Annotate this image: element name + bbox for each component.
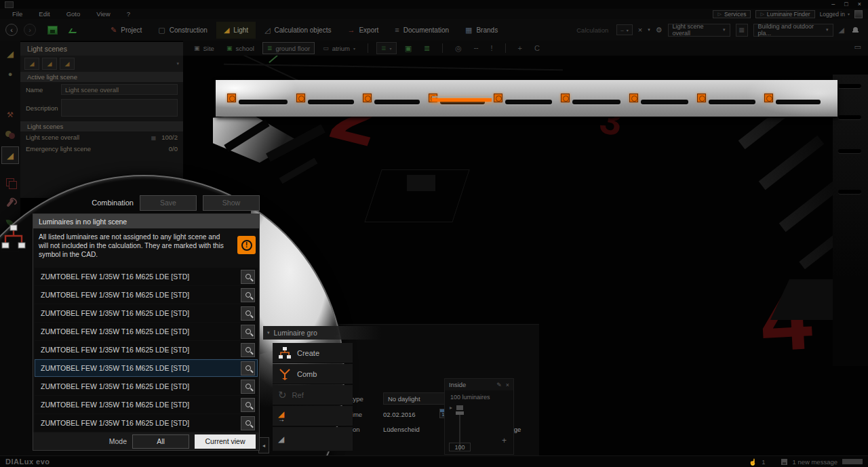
inspect-luminaire-button[interactable] [241, 306, 255, 321]
light-scene-select[interactable]: Light scene overall▾ [668, 24, 730, 37]
tab-brands[interactable]: ▦Brands [458, 22, 505, 39]
scene-settings-button[interactable]: ▦ [736, 24, 748, 37]
menu-help[interactable]: ? [127, 10, 130, 18]
luminaire-warning-marker[interactable] [494, 94, 502, 102]
inspect-luminaire-button[interactable] [241, 398, 255, 412]
maintenance-wrench-icon[interactable] [1, 194, 19, 211]
measure-icon[interactable]: ╌ [470, 44, 483, 53]
name-field[interactable]: Light scene overall [61, 84, 178, 95]
tools-icon[interactable]: ⚒ [1, 106, 19, 123]
luminaire-list-item[interactable]: ZUMTOBEL FEW 1/35W T16 M625 LDE [STD] [35, 378, 258, 395]
gear-icon[interactable]: ⚙ [656, 26, 663, 35]
collapse-panel-button[interactable]: ◂ [258, 437, 269, 453]
save-icon[interactable] [47, 26, 58, 35]
tab-project[interactable]: ✎Project [103, 22, 149, 39]
view-select[interactable]: Building and outdoor pla...▾ [753, 24, 833, 37]
description-field[interactable] [61, 99, 178, 117]
menu-file[interactable]: File [12, 10, 22, 18]
tab-export[interactable]: →Export [340, 22, 386, 39]
notifications-bell-icon[interactable] [852, 27, 859, 33]
menu-edit[interactable]: Edit [39, 10, 50, 18]
tab-calculation-objects[interactable]: ◿Calculation objects [257, 22, 338, 39]
scene-tool-icon[interactable]: ◢ [60, 58, 75, 70]
light-scene-row[interactable]: Emergency light scene 0/0 [20, 143, 183, 155]
inspect-luminaire-button[interactable] [241, 325, 255, 339]
luminaire-list-item[interactable]: ZUMTOBEL FEW 1/35W T16 M625 LDE [STD] [35, 304, 258, 322]
menu-view[interactable]: View [96, 10, 110, 18]
site-button[interactable]: ▣Site [190, 42, 218, 54]
show-room-icon[interactable]: ▣ [401, 44, 416, 53]
inspect-luminaire-button[interactable] [241, 270, 255, 284]
message-indicator[interactable]: 1 new message [792, 458, 837, 466]
luminaire-groups-header[interactable]: ▾ Luminaire gro [263, 326, 382, 340]
refresh-groups-button[interactable]: ↻ Ref [273, 385, 353, 405]
inspect-luminaire-button[interactable] [241, 343, 255, 357]
save-button[interactable]: Save [140, 195, 197, 211]
forward-button[interactable]: › [24, 24, 36, 36]
chevron-down-icon[interactable]: ▾ [176, 61, 179, 66]
light-scenes-icon[interactable]: ◢ [1, 146, 19, 164]
warnings-toggle-icon[interactable]: ! [486, 44, 496, 52]
show-floor-icon[interactable]: ≣ [420, 44, 434, 53]
storey-dropdown[interactable]: ≣▾ [376, 42, 397, 54]
luminaire-list-item[interactable]: ZUMTOBEL FEW 1/35W T16 M625 LDE [STD] [35, 268, 258, 285]
luminaire-warning-marker[interactable] [764, 94, 773, 102]
inspect-luminaire-button[interactable] [241, 380, 255, 394]
export-scene-icon[interactable] [1, 174, 19, 191]
inspect-luminaire-button[interactable] [241, 416, 255, 430]
luminaire-list-item[interactable]: ZUMTOBEL FEW 1/35W T16 M625 LDE [STD] [35, 396, 258, 413]
luminaire-list-item[interactable]: ZUMTOBEL FEW 1/35W T16 M625 LDE [STD] [35, 414, 258, 432]
create-group-button[interactable]: Create [273, 343, 353, 363]
inspect-luminaire-button[interactable] [241, 361, 255, 375]
delete-icon[interactable]: × [638, 26, 642, 34]
luminaire-finder-button[interactable]: ▷ Luminaire Finder [755, 10, 814, 18]
add-group-button[interactable]: + [502, 436, 507, 445]
scene-tool-icon[interactable]: ◢ [24, 58, 39, 70]
avatar[interactable] [854, 10, 863, 18]
tab-light[interactable]: ◢Light [216, 22, 256, 39]
chevron-down-icon[interactable]: ▾ [648, 27, 650, 33]
back-button[interactable]: ‹ [5, 24, 18, 36]
inspect-luminaire-button[interactable] [241, 288, 255, 302]
maximize-button[interactable]: □ [844, 0, 848, 9]
floor-button[interactable]: ≣ground floor [262, 42, 315, 54]
selected-luminaire[interactable] [432, 98, 492, 102]
expander-icon[interactable]: ▸ [450, 405, 452, 411]
luminaire-list-item[interactable]: ZUMTOBEL FEW 1/35W T16 M625 LDE [STD] [35, 286, 258, 304]
undo-icon[interactable] [68, 26, 79, 35]
move-view-icon[interactable]: + [514, 44, 526, 52]
maximize-view-icon[interactable]: ▭ [854, 43, 861, 52]
tab-documentation[interactable]: ≡Documentation [387, 22, 456, 39]
luminaire-warning-marker[interactable] [629, 94, 638, 102]
show-button[interactable]: Show [203, 195, 260, 211]
light-scene-row[interactable]: Light scene overall ▦100/2 [20, 131, 183, 143]
luminaire-warning-marker[interactable] [561, 94, 570, 102]
account-menu[interactable]: Logged in ▾ [820, 11, 850, 18]
services-button[interactable]: ▷ Services [713, 10, 751, 18]
false-color-icon[interactable]: ◢ [839, 26, 844, 35]
filter-colors-icon[interactable] [1, 126, 19, 144]
rotate-view-icon[interactable]: C [530, 44, 544, 52]
luminaire-list-item[interactable]: ZUMTOBEL FEW 1/35W T16 M625 LDE [STD] [35, 359, 258, 377]
luminaire-warning-marker[interactable] [363, 94, 372, 102]
luminaire-warning-marker[interactable] [227, 94, 236, 102]
luminaires-icon[interactable]: ◢ [1, 45, 19, 62]
room-button[interactable]: ▭atrium▾ [319, 42, 359, 54]
mode-current-view-button[interactable]: Current view [195, 434, 256, 449]
close-icon[interactable]: × [506, 382, 509, 388]
building-button[interactable]: ▣school [222, 42, 258, 54]
minimize-button[interactable]: – [831, 0, 835, 9]
combine-groups-button[interactable]: Comb [273, 364, 353, 384]
luminaire-list-item[interactable]: ZUMTOBEL FEW 1/35W T16 M625 LDE [STD] [35, 341, 258, 359]
luminaire-groups-sidebar-icon[interactable] [1, 224, 26, 253]
edit-pencil-icon[interactable]: ✎ [496, 382, 502, 388]
mode-all-button[interactable]: All [132, 434, 189, 449]
daylight-direction-button[interactable]: ◢ → [273, 406, 353, 426]
tab-construction[interactable]: ▢Construction [151, 22, 215, 39]
luminaire-list-item[interactable]: ZUMTOBEL FEW 1/35W T16 M625 LDE [STD] [35, 323, 258, 340]
dimmer-slider-handle[interactable] [456, 411, 464, 415]
calculation-button[interactable]: Calculation [576, 26, 608, 34]
menu-goto[interactable]: Goto [66, 10, 81, 18]
luminaire-warning-marker[interactable] [697, 94, 706, 102]
lamps-icon[interactable]: ● [1, 65, 19, 83]
